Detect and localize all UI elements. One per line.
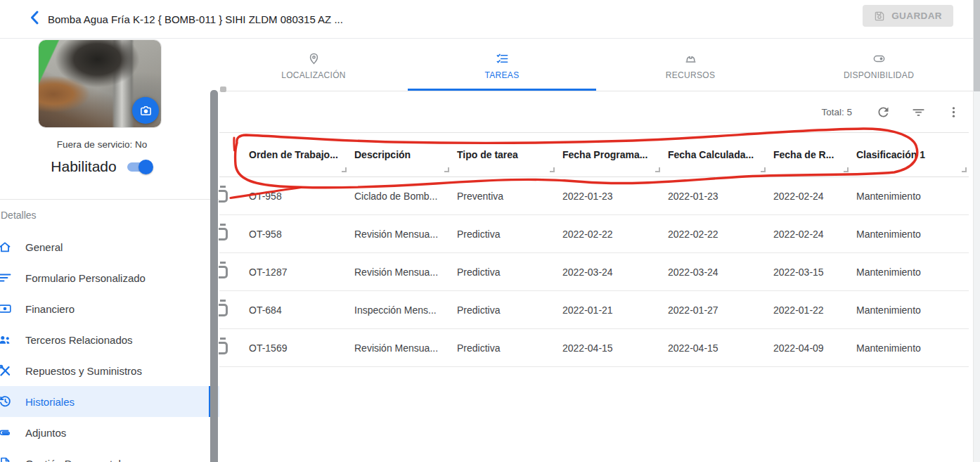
enabled-label: Habilitado [51,158,116,175]
sidebar-item-repuestos-y-suministros[interactable]: Repuestos y Suministros [0,355,219,386]
table-row[interactable]: OT-958 Ciclado de Bomb... Preventiva 202… [219,177,969,215]
back-button[interactable] [24,8,46,30]
table-row[interactable]: OT-684 Inspección Mens... Predictiva 202… [219,291,969,329]
table-row[interactable]: OT-958 Revisión Mensua... Predictiva 202… [219,215,969,253]
people-icon [0,333,12,347]
enabled-toggle[interactable] [127,159,153,174]
work-order-icon-cell [219,185,243,207]
sidebar-item-gestion-documental[interactable]: Gestión Documental [0,448,219,462]
hard-hat-icon [684,52,697,65]
form-lines-icon [0,271,12,285]
column-resize-grip[interactable] [444,167,449,172]
tab-localizacion[interactable]: LOCALIZACIÓN [219,39,408,91]
tools-icon [0,364,12,378]
column-resize-grip[interactable] [655,167,660,172]
cell-fecha-programada: 2022-03-24 [557,267,662,278]
sidebar-item-general[interactable]: General [0,231,219,262]
cell-descripcion: Revisión Mensua... [349,342,451,354]
cell-fecha-programada: 2022-01-21 [557,304,662,316]
column-header-fecha-de-r[interactable]: Fecha de R... [768,133,851,177]
top-bar: Bomba Agua Fría K-12 { BOMB-011 } SIHI Z… [0,0,980,39]
column-header-label: Tipo de tarea [457,149,518,160]
column-header-label: Fecha Programa... [562,149,647,160]
document-icon [0,456,12,462]
cell-fecha-calculada: 2022-04-15 [662,342,768,354]
cell-fecha-r: 2022-03-15 [768,267,851,278]
location-pin-icon [307,52,321,65]
table-row[interactable]: OT-1569 Revisión Mensua... Predictiva 20… [219,329,969,367]
work-order-icon [220,223,234,243]
cell-tipo: Predictiva [451,229,557,240]
column-header-fecha-programada[interactable]: Fecha Programa... [557,133,662,177]
money-icon [0,302,12,316]
sidebar-scrollbar[interactable] [210,90,218,462]
sidebar-item-label: Formulario Personalizado [25,272,146,284]
filter-button[interactable] [910,103,927,120]
cell-fecha-programada: 2022-04-15 [557,342,662,354]
sidebar-item-terceros-relacionados[interactable]: Terceros Relacionados [0,324,219,355]
sidebar-menu: General Formulario Personalizado Financi… [0,231,219,462]
tab-disponibilidad[interactable]: DISPONIBILIDAD [785,39,973,91]
cell-clasificacion: Mantenimiento [851,267,969,278]
cell-tipo: Predictiva [451,342,557,354]
work-order-icon [220,185,234,205]
cell-tipo: Preventiva [451,191,557,202]
column-resize-grip[interactable] [342,167,347,172]
column-resize-grip[interactable] [550,167,555,172]
vertical-scrollbar-thumb[interactable] [974,0,980,91]
cell-fecha-r: 2022-02-24 [768,191,851,202]
sidebar-item-label: Gestión Documental [25,458,121,462]
cell-orden: OT-684 [243,304,349,316]
more-options-button[interactable] [945,103,962,120]
column-resize-grip[interactable] [962,167,967,172]
cell-clasificacion: Mantenimiento [851,191,969,202]
cell-fecha-calculada: 2022-02-22 [662,229,768,240]
column-resize-grip[interactable] [761,167,766,172]
cell-orden: OT-958 [243,229,349,240]
cell-fecha-r: 2022-04-09 [768,342,851,354]
tab-bar: LOCALIZACIÓN TAREAS RECURSOS DISPONIBILI… [219,39,973,91]
app-window: Bomba Agua Fría K-12 { BOMB-011 } SIHI Z… [0,0,980,462]
column-header-fecha-calculada[interactable]: Fecha Calculada... [662,133,768,177]
column-header-label: Fecha Calculada... [668,149,754,160]
work-order-icon [220,337,234,357]
sidebar-item-historiales[interactable]: Historiales [0,386,219,417]
column-header-icon-spacer [219,133,243,177]
column-header-tipo-de-tarea[interactable]: Tipo de tarea [451,133,557,177]
sidebar-item-label: Historiales [25,396,75,408]
sidebar-item-label: Repuestos y Suministros [25,365,142,377]
tab-tareas[interactable]: TAREAS [408,39,596,91]
sidebar-divider [0,199,219,200]
column-header-clasificacion-1[interactable]: Clasificación 1 [851,133,969,177]
save-icon [874,11,885,22]
history-icon [0,394,12,409]
asset-sidebar: Fuera de servicio: No Habilitado Detalle… [0,39,219,462]
refresh-button[interactable] [875,103,891,120]
table-header-row: Orden de Trabajo... Descripción Tipo de … [219,132,969,177]
sidebar-item-financiero[interactable]: Financiero [0,293,219,324]
sidebar-item-label: General [25,241,63,253]
cell-clasificacion: Mantenimiento [851,304,969,316]
work-order-icon-cell [219,261,243,283]
sidebar-item-formulario-personalizado[interactable]: Formulario Personalizado [0,262,219,293]
total-count-label: Total: 5 [821,107,852,117]
sidebar-item-adjuntos[interactable]: Adjuntos [0,417,219,448]
column-resize-grip[interactable] [844,167,849,172]
save-button[interactable]: GUARDAR [863,5,953,27]
sidebar-item-label: Financiero [25,303,75,315]
vertical-scrollbar[interactable] [973,0,980,462]
cell-clasificacion: Mantenimiento [851,229,969,240]
table-row[interactable]: OT-1287 Revisión Mensua... Predictiva 20… [219,253,969,291]
home-icon [0,240,12,254]
tab-recursos[interactable]: RECURSOS [596,39,785,91]
toggle-thumb [138,160,153,174]
cell-clasificacion: Mantenimiento [851,342,969,354]
column-header-label: Fecha de R... [773,149,834,160]
column-header-descripcion[interactable]: Descripción [349,133,451,177]
task-list-icon [496,52,509,65]
cell-descripcion: Revisión Mensua... [349,267,451,278]
column-header-orden-de-trabajo[interactable]: Orden de Trabajo... [243,133,349,177]
work-order-table: Orden de Trabajo... Descripción Tipo de … [219,132,969,367]
camera-button[interactable] [132,97,159,124]
camera-icon [139,104,153,117]
